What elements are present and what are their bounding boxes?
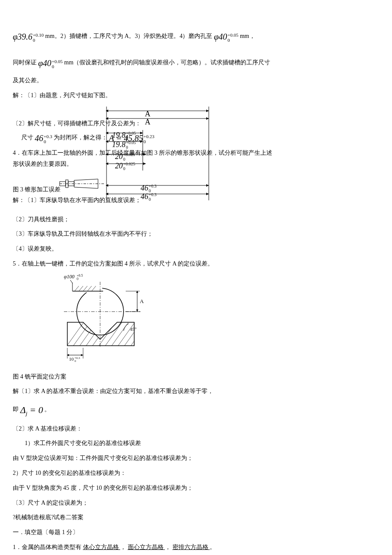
solution-5-2: 〔2〕求 A 基准位移误差： bbox=[13, 422, 379, 436]
formula-phi40b: φ40+0.050 bbox=[38, 54, 63, 72]
text: 同时保证 bbox=[13, 59, 38, 66]
fig4-caption: 图 4 铣平面定位方案 bbox=[13, 370, 379, 384]
question-5: 5．在轴上铣一键槽，工件的定位方案如图 4 所示，试求尺寸 A 的定位误差。 bbox=[13, 257, 379, 271]
text-line: φ39.6+0.100 mm。2）插键槽，工序尺寸为 A。3）淬炽热处理。4）磨… bbox=[13, 27, 379, 46]
overlay-line6: 尺寸 46+0.30 为封闭环，解之得： A = 45.85+0.230 bbox=[21, 129, 320, 147]
text: mm（假设磨孔和镗孔时的同轴度误差很小，可忽略）。试求插键槽的工序尺寸 bbox=[64, 59, 271, 66]
text-line: 同时保证 φ40+0.050 mm（假设磨孔和镗孔时的同轴度误差很小，可忽略）。… bbox=[13, 54, 379, 72]
phi100-label: φ100 bbox=[64, 274, 75, 280]
solution-line-1: 解：〔1〕车床纵导轨在水平面内的直线度误差； bbox=[13, 194, 183, 207]
section-heading: 一．填空题〔每题 1 分〕 bbox=[13, 526, 379, 539]
solution-line-3: 〔3〕车床纵导轨及工件回转轴线在水平面内不平行； bbox=[13, 228, 379, 241]
fill-blank-1: 1．金属的晶体构造类型有 体心立方晶格 ， 面心立方晶格 ， 密排六方晶格 。 bbox=[13, 541, 379, 554]
svg-line-37 bbox=[128, 320, 149, 350]
solution-5-1: 解〔1〕求 A 的基准不重合误差：由定位方案可知，基准不重合误差等于零， bbox=[13, 385, 379, 398]
solution-5-2-2: 2）尺寸 10 的变化引起的基准位移误差为： bbox=[13, 467, 379, 480]
phi100-tol-bot: 0 bbox=[77, 277, 78, 281]
solution-5-2-1b: 由 V 型块定位误差可知：工件外圆尺寸变化引起的基准位移误差为； bbox=[13, 452, 379, 465]
text: mm， bbox=[240, 33, 255, 39]
solution-5-3: 〔3〕尺寸 A 的定位误差为； bbox=[13, 497, 379, 510]
dim10-label: 10 bbox=[69, 356, 74, 361]
vblock-figure: φ100 +0.5 0 bbox=[55, 273, 379, 368]
solution-5-2-2b: 由于 V 型块角度为 45 度，尺寸 10 的变化所引起的基准位移误差为； bbox=[13, 482, 379, 495]
dim10-bot: 0 bbox=[75, 359, 76, 363]
overlay-line8: 形状误差的主要原因。 bbox=[13, 158, 141, 171]
exam-title: ?机械制造根底?试卷二答案 bbox=[13, 511, 379, 524]
formula-phi396: φ39.6+0.100 bbox=[13, 27, 44, 46]
angle-label: 45° bbox=[130, 327, 136, 332]
A-label: A bbox=[140, 298, 144, 304]
text-line: 及其公差。 bbox=[13, 74, 379, 87]
formula-phi40a: φ40+0.050 bbox=[214, 27, 239, 46]
formula-delta: 即 Δj = 0 。 bbox=[13, 400, 379, 420]
text: mm。2）插键槽，工序尺寸为 A。3）淬炽热处理。4）磨内孔至 bbox=[45, 33, 214, 39]
solution-line-4: 〔4〕误差复映。 bbox=[13, 243, 379, 256]
solution-line-2: 〔2〕刀具线性磨损； bbox=[13, 213, 379, 226]
solution-5-2-1: 1）求工件外圆尺寸变化引起的基准位移误差 bbox=[13, 437, 379, 450]
dimension-chain-diagram: A A 〔2〕解尺寸链，可得插键槽工序尺寸及公差为： 尺寸 46+0.30 为封… bbox=[55, 107, 379, 209]
vblock-svg: φ100 +0.5 0 bbox=[55, 273, 149, 363]
text-line: 解：〔1〕由题意，列尺寸链如下图。 bbox=[13, 89, 379, 102]
